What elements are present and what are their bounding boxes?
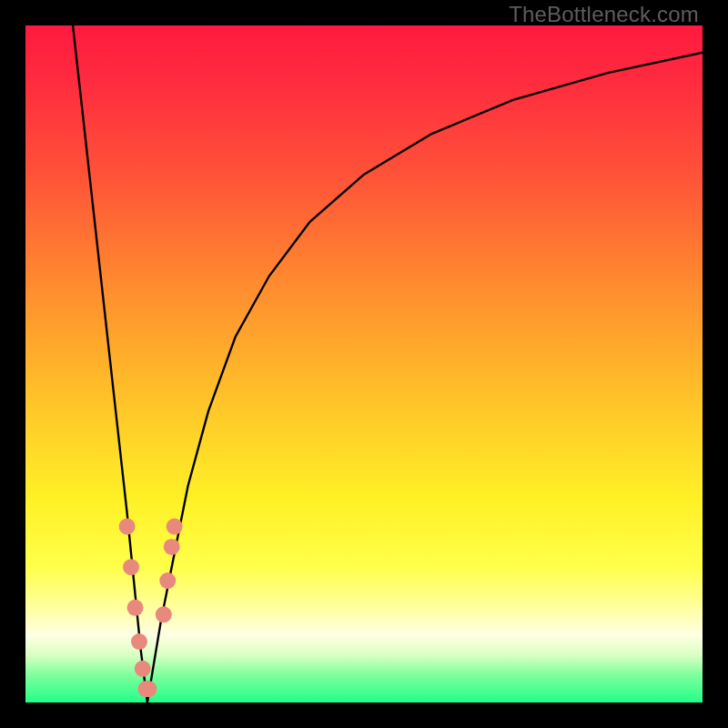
marker-point — [127, 600, 144, 616]
marker-point — [159, 572, 176, 589]
bottleneck-curve — [73, 25, 703, 703]
marker-point — [131, 633, 147, 650]
marker-point — [135, 661, 151, 677]
marker-point — [123, 559, 139, 575]
marker-point — [156, 606, 172, 622]
marker-point — [140, 681, 157, 697]
marker-point — [167, 519, 183, 535]
chart-frame: TheBottleneck.com — [0, 0, 728, 728]
watermark-text: TheBottleneck.com — [509, 2, 699, 27]
marker-point — [119, 519, 136, 535]
curve-layer — [25, 25, 703, 703]
plot-area — [25, 25, 703, 703]
marker-point — [164, 539, 180, 555]
curve-markers — [119, 519, 183, 698]
